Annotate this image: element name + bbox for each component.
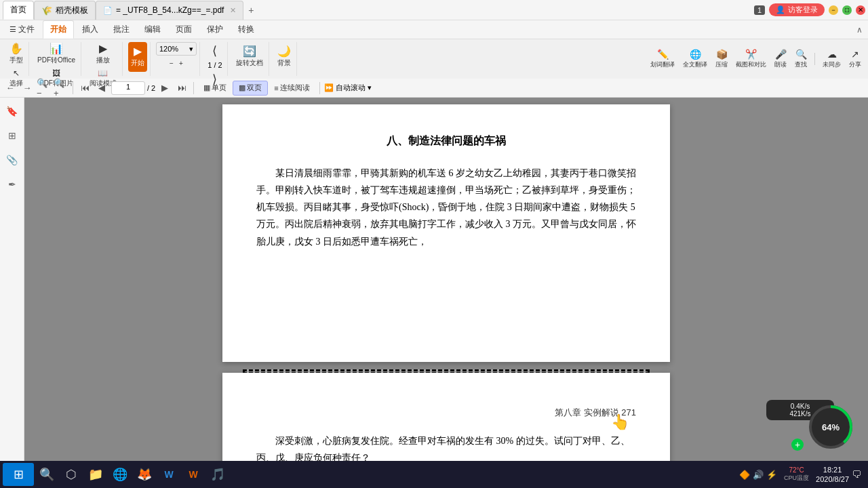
taskbar-music[interactable]: 🎵 (206, 463, 229, 486)
divider-1 (814, 53, 815, 65)
rotate-doc-button[interactable]: 🔄 旋转文档 (233, 42, 266, 72)
tab-convert[interactable]: 转换 (231, 21, 261, 38)
pdf-to-office-button[interactable]: 📊 PDF转Office (35, 42, 78, 66)
taskbar-search[interactable]: 🔍 (35, 463, 58, 486)
find-button[interactable]: 🔍 查找 (792, 48, 810, 70)
tab-pdf-label: = _UTF8_B_54...kZg==_=.pdf (116, 5, 224, 15)
menu-file[interactable]: ☰ 文件 (3, 21, 41, 38)
auto-scroll-control[interactable]: ⏩ 自动滚动 ▾ (324, 83, 372, 93)
hand-icon: ✋ (9, 43, 23, 54)
sidebar-signature-icon[interactable]: ✒ (4, 176, 20, 192)
capture-button[interactable]: ✂️ 截图和对比 (733, 48, 769, 70)
background-button[interactable]: 🌙 背景 (275, 42, 294, 72)
sec-zoom-out-button[interactable]: 🔍− (37, 81, 52, 96)
play-button[interactable]: ▶ 播放 (94, 42, 113, 66)
tab-annotate[interactable]: 批注 (106, 21, 136, 38)
sec-forward-button[interactable]: → (20, 81, 35, 96)
panda-circle-container[interactable]: 64% (807, 403, 854, 451)
zoom-controls: − + (167, 57, 185, 69)
full-translate-button[interactable]: 🌐 全文翻译 (680, 48, 710, 70)
network-icon[interactable]: 🔶 (739, 470, 750, 480)
next-page-button[interactable]: ▶ (157, 81, 172, 96)
prev-page-button[interactable]: ◀ (94, 81, 109, 96)
read-mode-icon: 📖 (98, 69, 108, 77)
tab-insert[interactable]: 插入 (75, 21, 105, 38)
tab-template-label: 稻壳模板 (56, 5, 88, 16)
minimize-button[interactable]: － (829, 5, 838, 15)
taskbar-explorer[interactable]: 📁 (84, 463, 107, 486)
sec-back-button[interactable]: ← (3, 81, 18, 96)
svg-text:64%: 64% (822, 422, 840, 432)
play-icon: ▶ (99, 43, 107, 54)
group-view: ▶ 播放 📖 阅读模式 (84, 42, 123, 76)
tab-template[interactable]: 🌾 稻壳模板 (34, 1, 96, 20)
sidebar-attachment-icon[interactable]: 📎 (4, 152, 20, 168)
view-mode-buttons: ▦ 单页 ▩ 双页 ≡ 连续阅读 (198, 81, 315, 96)
taskbar-fox[interactable]: 🦊 (133, 463, 156, 486)
page-display: 1 / 2 (208, 61, 222, 69)
zoom-in-button[interactable]: + (177, 57, 185, 69)
visitor-icon: 👤 (776, 5, 785, 14)
group-rotate: 🔄 旋转文档 (231, 42, 269, 76)
sidebar-bookmark-icon[interactable]: 🔖 (4, 103, 20, 119)
title-bar: 首页 🌾 稻壳模板 📄 = _UTF8_B_54...kZg==_=.pdf ✕… (0, 0, 868, 20)
tab-close-icon[interactable]: ✕ (230, 6, 236, 15)
cursor-hand-icon: 👆 (611, 413, 629, 431)
panda-add-button[interactable]: + (791, 439, 804, 451)
start-icon: ▶ (134, 46, 142, 57)
tab-edit[interactable]: 编辑 (138, 21, 167, 38)
taskbar-edge[interactable]: 🌐 (108, 463, 132, 486)
ribbon-collapse-button[interactable]: ∧ (853, 24, 865, 36)
page-input[interactable]: 1 (111, 81, 145, 95)
start-button[interactable]: ▶ 开始 (128, 42, 147, 72)
select-icon: ↖ (13, 69, 20, 77)
sidebar-thumbnail-icon[interactable]: ⊞ (4, 127, 20, 144)
prev-page-icon-button[interactable]: ⟨ (205, 42, 224, 60)
right-tools: ✏️ 划词翻译 🌐 全文翻译 📦 压缩 ✂️ 截图和对比 🎤 朗读 🔍 查找 ☁… (648, 48, 864, 70)
sec-zoom-in-button[interactable]: 🔍+ (54, 81, 68, 96)
taskbar-right: 🔶 🔊 ⚡ 72°C CPU温度 18:21 2020/8/27 🗨 (739, 465, 865, 485)
battery-icon[interactable]: ⚡ (766, 470, 777, 480)
sys-tray-icons: 🔶 🔊 ⚡ (739, 470, 777, 480)
view-continuous-button[interactable]: ≡ 连续阅读 (269, 81, 315, 96)
compress-icon: 📦 (716, 49, 728, 60)
taskbar-task-view[interactable]: ⬡ (60, 463, 83, 486)
tab-protect[interactable]: 保护 (200, 21, 230, 38)
compress-button[interactable]: 📦 压缩 (713, 48, 730, 70)
view-single-button[interactable]: ▦ 单页 (198, 81, 232, 96)
zoom-selector[interactable]: 120% ▾ (156, 42, 197, 56)
office-icon: 📊 (50, 43, 63, 54)
pdf-page-1-text: 某日清晨细雨霏霏，甲骑其新购的机车送 6 岁之幼女乙上幼稚园，其妻丙于巷口微笑招… (256, 165, 636, 250)
notification-icon[interactable]: 🗨 (852, 469, 861, 480)
view-double-button[interactable]: ▩ 双页 (233, 81, 268, 96)
taskbar-word[interactable]: W (157, 463, 180, 486)
share-button[interactable]: ↗ 分享 (846, 48, 864, 70)
tab-page[interactable]: 页面 (169, 21, 199, 38)
background-icon: 🌙 (277, 46, 291, 57)
group-background: 🌙 背景 (272, 42, 297, 76)
hand-tool-button[interactable]: ✋ 手型 (7, 42, 26, 66)
read-aloud-button[interactable]: 🎤 朗读 (772, 48, 789, 70)
tab-home[interactable]: 首页 (3, 1, 34, 20)
panda-widget: 0.4K/s 421K/s 64% + (766, 400, 854, 454)
zoom-out-button[interactable]: − (167, 57, 176, 69)
group-zoom: 120% ▾ − + (153, 42, 200, 76)
start-button-taskbar[interactable]: ⊞ (3, 463, 34, 486)
add-tab-button[interactable]: + (243, 3, 258, 18)
title-bar-right: 1 👤 访客登录 － □ ✕ (754, 3, 865, 16)
sync-button[interactable]: ☁ 未同步 (820, 48, 844, 70)
maximize-button[interactable]: □ (842, 5, 852, 15)
close-button[interactable]: ✕ (856, 5, 865, 15)
first-page-button[interactable]: ⏮ (77, 81, 92, 96)
translate-word-button[interactable]: ✏️ 划词翻译 (648, 48, 677, 70)
visitor-login-button[interactable]: 👤 访客登录 (769, 3, 825, 16)
left-sidebar: 🔖 ⊞ 📎 ✒ (0, 98, 24, 469)
tab-start[interactable]: 开始 (43, 20, 74, 39)
last-page-button[interactable]: ⏭ (174, 81, 189, 96)
taskbar-wps[interactable]: W (182, 463, 205, 486)
translate-word-icon: ✏️ (657, 49, 669, 60)
panda-progress-ring: 64% (807, 403, 854, 451)
taskbar-clock[interactable]: 18:21 2020/8/27 (816, 465, 849, 485)
speaker-icon[interactable]: 🔊 (753, 470, 764, 480)
tab-pdf[interactable]: 📄 = _UTF8_B_54...kZg==_=.pdf ✕ (96, 1, 243, 20)
